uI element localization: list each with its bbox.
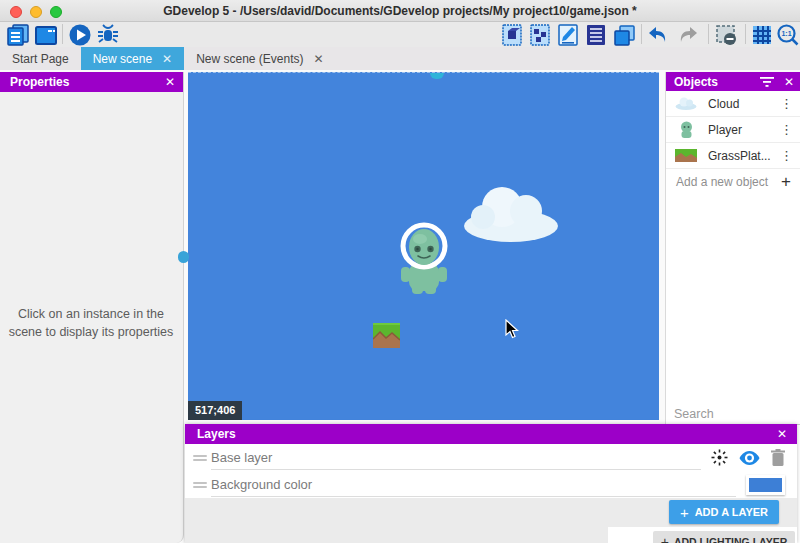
mouse-cursor bbox=[505, 319, 519, 339]
background-color-swatch[interactable] bbox=[746, 475, 785, 495]
layer-visibility-eye-icon[interactable] bbox=[739, 450, 760, 466]
objects-search-row bbox=[666, 404, 800, 425]
svg-text:1:1: 1:1 bbox=[781, 30, 791, 37]
player-thumbnail-icon bbox=[674, 121, 698, 139]
object-row-grassplatform[interactable]: GrassPlat... ⋮ bbox=[666, 143, 800, 169]
drag-handle-icon[interactable] bbox=[193, 480, 207, 490]
tab-start-page[interactable]: Start Page bbox=[0, 47, 81, 70]
window-title: GDevelop 5 - /Users/david/Documents/GDev… bbox=[0, 4, 800, 18]
properties-panel: Properties ✕ Click on an instance in the… bbox=[0, 72, 184, 543]
objects-editor-icon[interactable] bbox=[500, 23, 524, 47]
instances-list-icon[interactable] bbox=[584, 23, 608, 47]
object-name: Player bbox=[708, 123, 773, 137]
layers-panel: Layers ✕ Base layer bbox=[185, 424, 797, 543]
toolbar-divider bbox=[641, 24, 642, 44]
plus-icon: + bbox=[661, 534, 669, 543]
fullscreen-window-button[interactable] bbox=[50, 6, 62, 18]
close-window-button[interactable] bbox=[10, 6, 22, 18]
cursor-coordinates-badge: 517;406 bbox=[188, 401, 242, 420]
project-manager-icon[interactable] bbox=[6, 23, 30, 47]
cloud-instance[interactable] bbox=[462, 183, 560, 243]
layer-name-field[interactable]: Background color bbox=[211, 473, 736, 497]
properties-empty-message: Click on an instance in the scene to dis… bbox=[4, 305, 178, 341]
tab-new-scene-events[interactable]: New scene (Events) ✕ bbox=[184, 47, 335, 70]
traffic-lights bbox=[10, 6, 62, 18]
layers-editor-icon[interactable] bbox=[612, 23, 636, 47]
tab-close-icon[interactable]: ✕ bbox=[162, 52, 172, 66]
toolbar-divider bbox=[745, 24, 746, 44]
add-layer-label: ADD A LAYER bbox=[695, 506, 768, 518]
filter-icon[interactable] bbox=[760, 76, 774, 88]
canvas-scroll-grip[interactable] bbox=[430, 73, 444, 79]
window-mask-icon[interactable] bbox=[714, 23, 738, 47]
close-icon[interactable]: ✕ bbox=[777, 427, 787, 441]
undo-icon[interactable] bbox=[646, 23, 670, 47]
cloud-thumbnail-icon bbox=[674, 97, 698, 110]
properties-panel-title: Properties bbox=[10, 75, 69, 89]
minimize-window-button[interactable] bbox=[30, 6, 42, 18]
object-row-cloud[interactable]: Cloud ⋮ bbox=[666, 91, 800, 117]
layer-effects-icon[interactable] bbox=[711, 449, 728, 466]
lighting-layer-band: + ADD LIGHTING LAYER bbox=[608, 527, 797, 543]
layer-delete-trash-icon[interactable] bbox=[771, 449, 785, 466]
panel-resize-handle[interactable] bbox=[178, 251, 189, 263]
add-object-label: Add a new object bbox=[676, 175, 772, 189]
close-icon[interactable]: ✕ bbox=[165, 75, 175, 89]
toolbar-divider bbox=[708, 24, 709, 44]
layer-row-base[interactable]: Base layer bbox=[185, 444, 797, 471]
player-instance[interactable] bbox=[398, 219, 450, 299]
grass-platform-thumbnail-icon bbox=[674, 149, 698, 162]
plus-icon: + bbox=[772, 172, 800, 192]
tab-label: New scene bbox=[93, 52, 152, 66]
redo-icon[interactable] bbox=[676, 23, 700, 47]
object-groups-editor-icon[interactable] bbox=[528, 23, 552, 47]
title-bar: GDevelop 5 - /Users/david/Documents/GDev… bbox=[0, 0, 800, 22]
add-new-object-button[interactable]: Add a new object + bbox=[666, 169, 800, 195]
debugger-bug-icon[interactable] bbox=[96, 23, 120, 47]
tab-bar: Start Page New scene ✕ New scene (Events… bbox=[0, 47, 800, 70]
grid-icon[interactable] bbox=[750, 23, 774, 47]
object-menu-icon[interactable]: ⋮ bbox=[773, 148, 800, 163]
objects-search-input[interactable] bbox=[666, 407, 800, 421]
toolbar-divider bbox=[62, 24, 63, 44]
layer-row-background-color[interactable]: Background color bbox=[185, 471, 797, 498]
close-icon[interactable]: ✕ bbox=[784, 75, 794, 89]
preview-window-icon[interactable] bbox=[34, 23, 58, 47]
zoom-1-1-icon[interactable]: 1:1 bbox=[776, 23, 800, 47]
objects-panel-title: Objects bbox=[674, 75, 718, 89]
scene-properties-icon[interactable] bbox=[556, 23, 580, 47]
object-menu-icon[interactable]: ⋮ bbox=[773, 96, 800, 111]
tab-label: New scene (Events) bbox=[196, 52, 303, 66]
object-name: Cloud bbox=[708, 97, 773, 111]
scene-canvas[interactable]: 517;406 bbox=[188, 72, 659, 420]
layers-panel-title: Layers bbox=[197, 427, 236, 441]
object-name: GrassPlat... bbox=[708, 149, 773, 163]
add-lighting-layer-button[interactable]: + ADD LIGHTING LAYER bbox=[653, 531, 795, 543]
tab-close-icon[interactable]: ✕ bbox=[314, 52, 324, 66]
play-preview-icon[interactable] bbox=[68, 23, 92, 47]
grass-platform-instance[interactable] bbox=[373, 323, 400, 348]
tab-label: Start Page bbox=[12, 52, 69, 66]
tab-new-scene[interactable]: New scene ✕ bbox=[81, 47, 184, 70]
main-toolbar: 1:1 bbox=[0, 22, 800, 47]
object-row-player[interactable]: Player ⋮ bbox=[666, 117, 800, 143]
add-layer-button[interactable]: + ADD A LAYER bbox=[669, 500, 779, 524]
plus-icon: + bbox=[680, 504, 689, 521]
object-menu-icon[interactable]: ⋮ bbox=[773, 122, 800, 137]
add-lighting-layer-label: ADD LIGHTING LAYER bbox=[674, 536, 787, 543]
layer-name-field[interactable]: Base layer bbox=[211, 446, 701, 470]
drag-handle-icon[interactable] bbox=[193, 453, 207, 463]
